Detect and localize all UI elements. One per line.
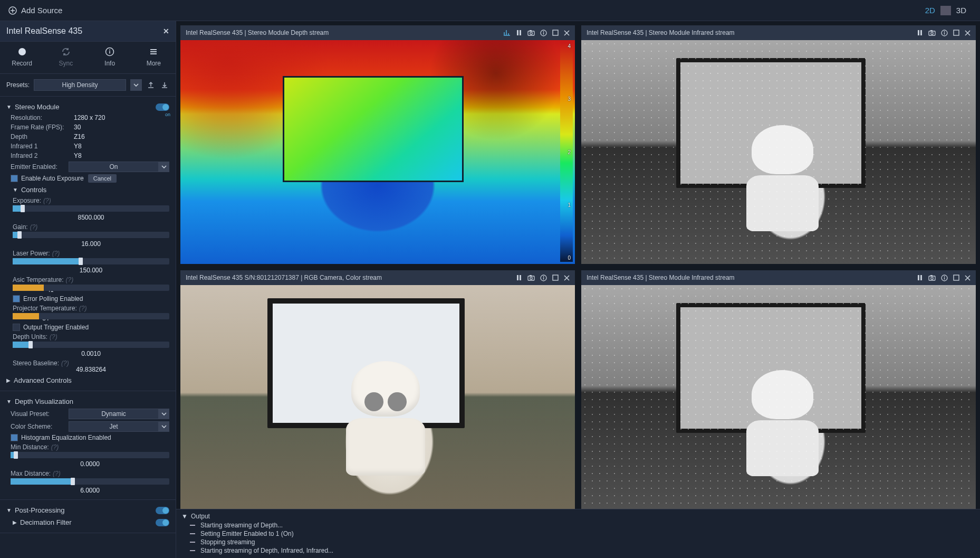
info-button[interactable] — [941, 30, 948, 36]
decimation-toggle[interactable] — [156, 519, 169, 526]
dash-icon — [190, 533, 195, 534]
add-source-button[interactable]: Add Source — [8, 6, 62, 15]
help-icon[interactable]: (?) — [43, 197, 51, 204]
maximize-button[interactable] — [552, 275, 559, 281]
chevron-down-icon — [133, 82, 139, 88]
chart-button[interactable] — [503, 29, 511, 36]
info-button[interactable] — [540, 275, 547, 281]
error-polling-checkbox[interactable] — [13, 295, 20, 302]
emitter-caret[interactable] — [159, 162, 169, 172]
visual-preset-select[interactable]: Dynamic — [69, 409, 159, 419]
pause-button[interactable] — [917, 275, 923, 281]
close-panel-button[interactable] — [564, 275, 570, 281]
help-icon[interactable]: (?) — [53, 470, 61, 477]
depth-vis-header[interactable]: ▼ Depth Visualization — [6, 395, 169, 408]
error-polling-label: Error Polling Enabled — [23, 295, 83, 302]
min-distance-slider[interactable] — [11, 452, 169, 458]
pause-button[interactable] — [516, 30, 522, 36]
sync-icon — [61, 47, 71, 56]
decimation-header[interactable]: ▶ Decimation Filter — [6, 516, 169, 528]
info-button[interactable]: Info — [94, 47, 126, 67]
snapshot-button[interactable] — [928, 275, 936, 281]
close-panel-button[interactable] — [965, 30, 971, 36]
pause-button[interactable] — [917, 30, 923, 36]
panel-header: Intel RealSense 435 S/N:801212071387 | R… — [180, 270, 575, 285]
view-3d-button[interactable]: 3D — [951, 4, 972, 17]
triangle-right-icon: ▶ — [13, 519, 17, 525]
color-scheme-select[interactable]: Jet — [69, 421, 159, 432]
controls-header[interactable]: ▼ Controls — [6, 184, 169, 196]
histeq-row: Histogram Equalization Enabled — [6, 433, 169, 442]
panel-title: Intel RealSense 435 | Stereo Module Dept… — [186, 29, 498, 36]
stereo-module-header[interactable]: ▼ Stereo Module on — [6, 101, 169, 113]
presets-select[interactable]: High Density — [34, 79, 126, 91]
maximize-button[interactable] — [552, 30, 559, 36]
info-icon — [941, 275, 948, 281]
auto-exposure-checkbox[interactable] — [11, 175, 18, 182]
output-header[interactable]: ▼ Output — [181, 512, 975, 521]
advanced-controls-header[interactable]: ▶ Advanced Controls — [6, 374, 169, 386]
depth-units-slider[interactable] — [13, 342, 169, 348]
view-2d-button[interactable]: 2D — [920, 4, 940, 17]
cancel-button[interactable]: Cancel — [88, 174, 117, 183]
record-button[interactable]: Record — [6, 47, 38, 67]
depth-stream-view[interactable]: 4 3 2 1 0 — [180, 40, 575, 264]
maximize-button[interactable] — [953, 275, 959, 281]
close-panel-button[interactable] — [564, 30, 570, 36]
snapshot-button[interactable] — [527, 275, 535, 281]
snapshot-button[interactable] — [928, 30, 936, 36]
depthu-value: 0.0010 — [13, 350, 169, 357]
info-button[interactable] — [540, 30, 547, 36]
upload-preset-button[interactable] — [146, 80, 156, 90]
colorbar-tick: 3 — [561, 96, 572, 102]
svg-rect-11 — [543, 32, 544, 34]
min-value: 0.0000 — [11, 460, 169, 468]
svg-rect-4 — [517, 30, 518, 35]
snapshot-button[interactable] — [527, 30, 535, 36]
gain-slider[interactable] — [13, 232, 169, 238]
download-preset-button[interactable] — [160, 80, 169, 90]
post-processing-header[interactable]: ▼ Post-Processing — [6, 504, 169, 516]
infrared-stream-view[interactable] — [581, 285, 976, 509]
maximize-button[interactable] — [953, 30, 959, 36]
ir1-value: Y8 — [74, 143, 82, 150]
exposure-key: Exposure: — [13, 197, 41, 204]
help-icon[interactable]: (?) — [52, 250, 60, 257]
help-icon[interactable]: (?) — [50, 333, 57, 341]
close-device-button[interactable]: ✕ — [163, 27, 169, 35]
exposure-slider[interactable] — [13, 205, 169, 212]
sync-button[interactable]: Sync — [50, 47, 82, 67]
output-text: Starting streaming of Depth... — [200, 522, 283, 529]
color-stream-view[interactable] — [180, 285, 575, 509]
help-icon[interactable]: (?) — [30, 223, 38, 231]
pause-button[interactable] — [516, 275, 522, 281]
output-panel: ▼ Output Starting streaming of Depth... … — [176, 509, 980, 558]
output-title: Output — [191, 513, 210, 520]
info-button[interactable] — [941, 275, 948, 281]
help-icon[interactable]: (?) — [51, 443, 59, 451]
visual-preset-caret[interactable] — [159, 409, 169, 419]
svg-point-10 — [543, 31, 544, 32]
infrared-stream-view[interactable] — [581, 40, 976, 264]
maximize-icon — [552, 275, 559, 281]
color-scheme-caret[interactable] — [159, 421, 169, 432]
stereo-toggle[interactable]: on — [156, 103, 169, 111]
device-panel-header: Intel RealSense 435 ✕ — [0, 21, 176, 42]
histeq-checkbox[interactable] — [11, 434, 18, 441]
post-processing-toggle[interactable] — [156, 507, 169, 514]
output-trigger-checkbox[interactable] — [13, 324, 20, 331]
depthu-key: Depth Units: — [13, 333, 47, 341]
svg-rect-3 — [109, 51, 110, 54]
help-icon[interactable]: (?) — [79, 305, 87, 312]
emitter-select[interactable]: On — [69, 162, 159, 172]
more-button[interactable]: More — [138, 47, 169, 67]
help-icon[interactable]: (?) — [61, 360, 69, 367]
fps-key: Frame Rate (FPS): — [11, 124, 74, 131]
presets-caret[interactable] — [130, 79, 142, 91]
max-distance-slider[interactable] — [11, 478, 169, 485]
panel-header: Intel RealSense 435 | Stereo Module Infr… — [581, 25, 976, 40]
close-panel-button[interactable] — [965, 275, 971, 281]
camera-icon — [527, 275, 535, 281]
help-icon[interactable]: (?) — [66, 276, 74, 283]
laser-slider[interactable] — [13, 258, 169, 264]
